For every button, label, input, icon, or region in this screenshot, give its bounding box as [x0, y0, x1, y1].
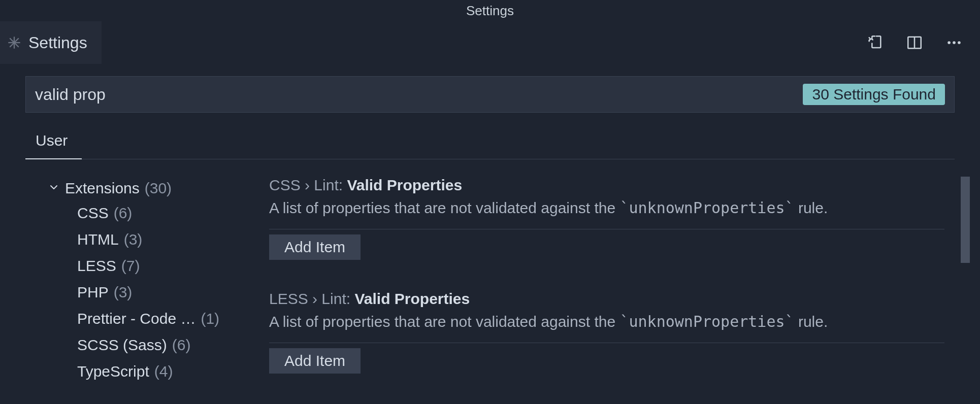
open-settings-json-button[interactable] [866, 34, 884, 51]
toc-item-html[interactable]: HTML (3) [48, 226, 239, 253]
toc-group-label: Extensions [65, 180, 140, 197]
scrollbar-thumb[interactable] [961, 177, 970, 263]
setting-title: LESS › Lint: Valid Properties [269, 290, 944, 308]
toc-item-label: TypeScript [77, 363, 149, 380]
editor-tab-label: Settings [28, 33, 87, 52]
editor-tab-settings[interactable]: Settings [0, 21, 102, 64]
setting-desc-pre: A list of properties that are not valida… [269, 313, 619, 330]
setting-description: A list of properties that are not valida… [269, 199, 944, 217]
settings-scope-tabs: User [25, 125, 955, 159]
toc-item-label: Prettier - Code … [77, 310, 195, 327]
setting-description: A list of properties that are not valida… [269, 313, 944, 330]
toc-item-label: CSS [77, 205, 109, 222]
toc-item-label: HTML [77, 231, 119, 248]
setting-desc-code: `unknownProperties` [619, 199, 794, 217]
toc-item-count: (4) [154, 363, 173, 380]
toc-item-scss[interactable]: SCSS (Sass) (6) [48, 332, 239, 358]
setting-divider [269, 343, 944, 343]
setting-scope: CSS › Lint: [269, 177, 343, 193]
setting-title: CSS › Lint: Valid Properties [269, 177, 944, 194]
setting-key: Valid Properties [347, 177, 462, 193]
settings-result-count-badge: 30 Settings Found [803, 84, 945, 105]
svg-point-6 [948, 41, 951, 44]
more-actions-button[interactable] [945, 34, 963, 51]
setting-divider [269, 229, 944, 229]
setting-desc-code: `unknownProperties` [619, 313, 794, 330]
setting-desc-post: rule. [794, 313, 828, 330]
toc-group-extensions[interactable]: Extensions (30) [48, 177, 239, 200]
setting-desc-post: rule. [794, 199, 828, 216]
chevron-down-icon [48, 180, 60, 197]
toc-item-count: (1) [201, 310, 219, 327]
add-item-button[interactable]: Add Item [269, 348, 361, 374]
settings-content: Extensions (30) CSS (6) HTML (3) LESS (7… [0, 159, 980, 404]
settings-search-box: 30 Settings Found [25, 76, 955, 113]
toc-item-count: (3) [114, 284, 133, 301]
toc-item-count: (6) [172, 336, 191, 354]
toc-item-less[interactable]: LESS (7) [48, 253, 239, 279]
toc-item-label: SCSS (Sass) [77, 336, 167, 354]
svg-point-8 [958, 41, 961, 44]
tab-actions [866, 21, 980, 64]
split-editor-button[interactable] [906, 34, 923, 51]
setting-scope: LESS › Lint: [269, 290, 350, 307]
editor-tabs-bar: Settings [0, 21, 980, 64]
toc-item-count: (3) [124, 231, 143, 248]
toc-item-label: PHP [77, 284, 109, 301]
toc-group-count: (30) [145, 180, 172, 197]
toc-item-prettier[interactable]: Prettier - Code … (1) [48, 306, 239, 332]
add-item-button[interactable]: Add Item [269, 234, 361, 260]
settings-search-wrap: 30 Settings Found [0, 64, 980, 113]
toc-item-css[interactable]: CSS (6) [48, 200, 239, 226]
toc-item-count: (7) [121, 257, 140, 275]
window-title-bar: Settings [0, 0, 980, 21]
window-title: Settings [466, 3, 514, 19]
setting-less-lint-valid-properties: LESS › Lint: Valid Properties A list of … [269, 290, 944, 374]
toc-item-count: (6) [114, 205, 133, 222]
settings-toc: Extensions (30) CSS (6) HTML (3) LESS (7… [25, 177, 239, 404]
settings-search-input[interactable] [35, 85, 803, 104]
setting-css-lint-valid-properties: CSS › Lint: Valid Properties A list of p… [269, 177, 944, 260]
settings-scope-row: User [0, 113, 980, 159]
toc-item-php[interactable]: PHP (3) [48, 279, 239, 306]
settings-tab-icon [7, 36, 21, 50]
setting-key: Valid Properties [354, 290, 470, 307]
toc-item-typescript[interactable]: TypeScript (4) [48, 358, 239, 385]
scope-tab-user[interactable]: User [25, 125, 82, 159]
settings-list: CSS › Lint: Valid Properties A list of p… [239, 177, 955, 404]
toc-item-label: LESS [77, 257, 116, 275]
tab-spacer [102, 21, 866, 64]
setting-desc-pre: A list of properties that are not valida… [269, 199, 619, 216]
svg-point-7 [953, 41, 956, 44]
